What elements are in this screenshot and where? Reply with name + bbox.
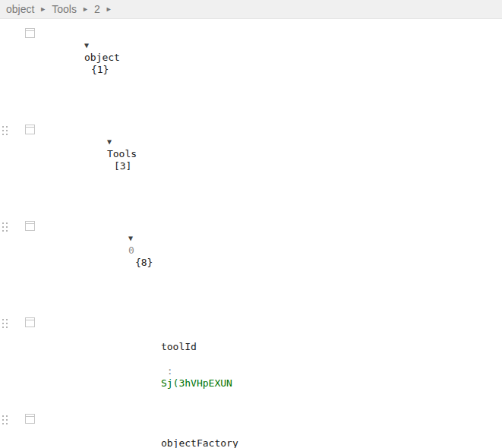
breadcrumb-item[interactable]: object bbox=[6, 3, 34, 15]
value-line: Sj(3hVHpEXUN bbox=[161, 377, 232, 390]
drag-handle-icon[interactable] bbox=[2, 126, 9, 136]
expander-icon[interactable]: ▼ bbox=[107, 136, 125, 148]
drag-handle-icon[interactable] bbox=[2, 222, 9, 232]
breadcrumb-separator-icon: ► bbox=[106, 6, 112, 13]
expander-icon[interactable]: ▼ bbox=[84, 39, 103, 52]
context-menu-icon[interactable] bbox=[25, 221, 35, 231]
child-count: [3] bbox=[114, 160, 131, 172]
row-content: ▼ 0 {8} bbox=[93, 220, 502, 305]
breadcrumb: object►Tools►2► bbox=[0, 0, 502, 19]
drag-handle-icon[interactable] bbox=[2, 319, 9, 329]
context-menu-icon[interactable] bbox=[25, 414, 35, 424]
row-content: toolId : Sj(3hVHpEXUN bbox=[125, 317, 502, 402]
json-editor: object►Tools►2► ▼ object {1} ▼ Tools [3]… bbox=[0, 0, 502, 448]
child-count: {1} bbox=[91, 64, 109, 75]
field-name[interactable]: 0 bbox=[128, 245, 134, 256]
tree-row: toolId : Sj(3hVHpEXUN bbox=[0, 317, 502, 402]
breadcrumb-item[interactable]: Tools bbox=[52, 3, 77, 15]
field-name[interactable]: object bbox=[84, 52, 120, 63]
tree-row: ▼ Tools [3] bbox=[0, 124, 502, 209]
row-content: ▼ object {1} bbox=[49, 27, 502, 112]
json-tree: ▼ object {1} ▼ Tools [3] ▼ 0 {8} bbox=[0, 19, 502, 448]
tree-row: ▼ 0 {8} bbox=[0, 220, 502, 305]
drag-handle-icon[interactable] bbox=[2, 415, 9, 425]
tree-row: ▼ object {1} bbox=[0, 27, 502, 112]
context-menu-icon[interactable] bbox=[25, 28, 35, 38]
context-menu-icon[interactable] bbox=[25, 317, 35, 327]
row-content: objectFactory : mega.model.comp.proppage… bbox=[125, 413, 502, 448]
field-name[interactable]: Tools bbox=[107, 148, 137, 159]
expander-icon[interactable]: ▼ bbox=[128, 232, 147, 245]
field-value[interactable]: Sj(3hVHpEXUN bbox=[161, 377, 232, 390]
row-content: ▼ Tools [3] bbox=[71, 124, 502, 209]
field-name[interactable]: objectFactory bbox=[161, 437, 238, 448]
tree-row: objectFactory : mega.model.comp.proppage… bbox=[0, 413, 502, 448]
child-count: {8} bbox=[135, 257, 153, 268]
field-name[interactable]: toolId bbox=[161, 341, 197, 352]
breadcrumb-separator-icon: ► bbox=[82, 6, 89, 13]
breadcrumb-separator-icon: ► bbox=[39, 6, 46, 13]
separator: : bbox=[161, 365, 178, 377]
breadcrumb-item[interactable]: 2 bbox=[94, 3, 100, 15]
context-menu-icon[interactable] bbox=[25, 125, 35, 134]
